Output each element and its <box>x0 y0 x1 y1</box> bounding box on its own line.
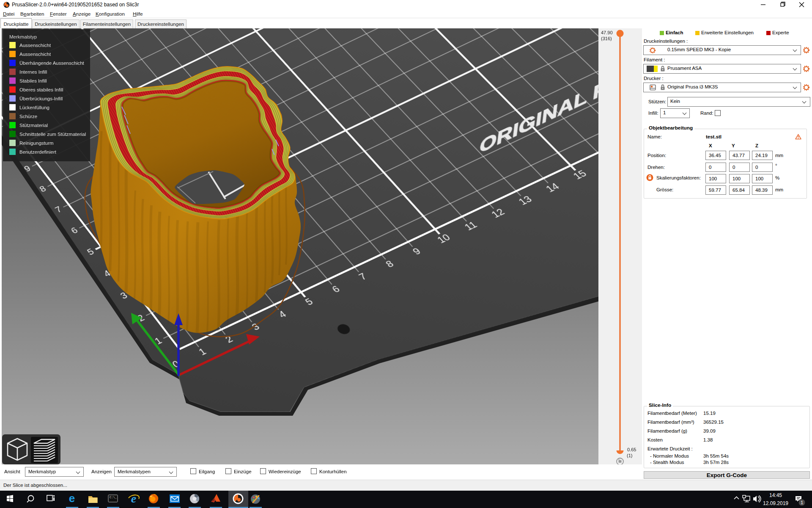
svg-text:14:45: 14:45 <box>769 492 782 498</box>
svg-text:1: 1 <box>801 500 803 505</box>
svg-text:e: e <box>131 492 136 505</box>
svg-text:e: e <box>69 492 75 505</box>
svg-text:C:\_: C:\_ <box>110 496 117 499</box>
svg-text:12.09.2019: 12.09.2019 <box>763 500 788 506</box>
